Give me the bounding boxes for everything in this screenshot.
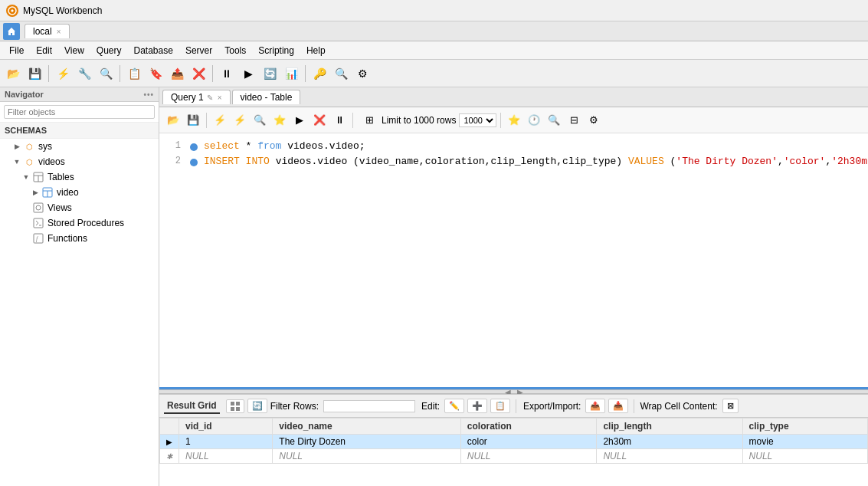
table-tab-label: video - Table bbox=[241, 92, 293, 103]
tree-folder-tables[interactable]: ▼ Tables bbox=[0, 169, 159, 185]
menu-edit[interactable]: Edit bbox=[30, 44, 58, 57]
result-grid-tab[interactable]: Result Grid bbox=[164, 399, 220, 414]
menu-tools[interactable]: Tools bbox=[218, 44, 252, 57]
toolbar-copy[interactable]: 📋 bbox=[124, 64, 144, 84]
wrap-label: Wrap Cell Content: bbox=[640, 401, 717, 412]
toolbar-search[interactable]: 🔍 bbox=[96, 64, 116, 84]
tree-label-sys: sys bbox=[38, 141, 52, 152]
schemas-header: SCHEMAS bbox=[0, 123, 159, 139]
qt-pause[interactable]: ⏸ bbox=[330, 111, 349, 130]
toolbar-sep-1 bbox=[48, 65, 49, 82]
main-toolbar: 📂 💾 ⚡ 🔧 🔍 📋 🔖 📤 ❌ ⏸ ▶ 🔄 📊 🔑 🔍 ⚙ bbox=[0, 60, 868, 87]
table-row-null[interactable]: ✱ NULL NULL NULL NULL NULL bbox=[160, 449, 868, 464]
qt-run[interactable]: ▶ bbox=[290, 111, 309, 130]
menu-database[interactable]: Database bbox=[128, 44, 179, 57]
home-button[interactable] bbox=[3, 23, 20, 40]
toolbar-bookmark[interactable]: 🔖 bbox=[146, 64, 165, 84]
menu-help[interactable]: Help bbox=[300, 44, 332, 57]
menu-file[interactable]: File bbox=[3, 44, 30, 57]
menu-query[interactable]: Query bbox=[90, 44, 128, 57]
tree-schema-sys[interactable]: ▶ ⬡ sys bbox=[0, 139, 159, 154]
result-table: vid_id video_name coloration clip_length… bbox=[159, 418, 868, 464]
qt-execute[interactable]: ⚡ bbox=[211, 111, 229, 130]
col-header-video-name[interactable]: video_name bbox=[273, 419, 460, 435]
tab-bar: local × bbox=[0, 21, 868, 41]
qt-open[interactable]: 📂 bbox=[164, 111, 182, 130]
qt-execute-current[interactable]: ⚡ bbox=[231, 111, 249, 130]
tree-table-video[interactable]: ▶ video bbox=[0, 185, 159, 200]
local-tab-close[interactable]: × bbox=[57, 28, 61, 36]
qt-grid[interactable]: ⊞ bbox=[360, 111, 378, 130]
tree-folder-views[interactable]: Views bbox=[0, 200, 159, 215]
filter-objects-input[interactable] bbox=[4, 105, 155, 119]
col-header-clip-length[interactable]: clip_length bbox=[597, 419, 742, 435]
result-refresh-btn[interactable]: 🔄 bbox=[247, 399, 267, 413]
tree-label-videos: videos bbox=[38, 156, 65, 167]
cell-video-name-null: NULL bbox=[273, 449, 460, 464]
qt-settings[interactable]: ⚙ bbox=[585, 111, 603, 130]
qt-sep-3 bbox=[500, 113, 501, 128]
query-tab-1[interactable]: Query 1 ✎ × bbox=[162, 90, 231, 104]
qt-magnify[interactable]: 🔍 bbox=[545, 111, 563, 130]
sql-editor[interactable]: 1 select * from videos.video; 2 INSERT I… bbox=[159, 133, 868, 389]
qt-columns[interactable]: ⊟ bbox=[565, 111, 583, 130]
toolbar-schema[interactable]: 📊 bbox=[281, 64, 301, 84]
qt-stop[interactable]: ❌ bbox=[310, 111, 329, 130]
table-row-1[interactable]: ▶ 1 The Dirty Dozen color 2h30m movie bbox=[160, 435, 868, 449]
menu-view[interactable]: View bbox=[58, 44, 90, 57]
toolbar-open[interactable]: 📂 bbox=[3, 64, 23, 84]
toolbar-run[interactable]: ▶ bbox=[238, 64, 258, 84]
filter-rows-input[interactable] bbox=[323, 400, 415, 412]
svg-text:f: f bbox=[36, 235, 39, 242]
qt-explain[interactable]: 🔍 bbox=[251, 111, 269, 130]
qt-history[interactable]: 🕐 bbox=[525, 111, 543, 130]
toolbar-key[interactable]: 🔑 bbox=[310, 64, 329, 84]
toolbar-refresh[interactable]: 🔄 bbox=[260, 64, 280, 84]
qt-bookmark[interactable]: ⭐ bbox=[270, 111, 289, 130]
col-header-coloration[interactable]: coloration bbox=[460, 419, 597, 435]
svg-rect-15 bbox=[231, 407, 234, 411]
query-tab-1-label: Query 1 bbox=[171, 92, 204, 103]
local-tab[interactable]: local × bbox=[25, 24, 70, 38]
toolbar-export[interactable]: 📤 bbox=[167, 64, 187, 84]
table-tab[interactable]: video - Table bbox=[232, 90, 301, 104]
svg-rect-7 bbox=[34, 203, 43, 212]
col-header-vid-id[interactable]: vid_id bbox=[179, 419, 273, 435]
limit-rows-select[interactable]: 1000 500 200 100 bbox=[459, 113, 496, 127]
toolbar-save[interactable]: 💾 bbox=[25, 64, 44, 84]
col-header-arrow bbox=[160, 419, 179, 435]
line-number-1: 1 bbox=[165, 140, 181, 151]
filter-rows-label: Filter Rows: bbox=[270, 401, 319, 412]
export-label: Export/Import: bbox=[523, 401, 581, 412]
tree-schema-videos[interactable]: ▼ ⬡ videos bbox=[0, 154, 159, 169]
tree-folder-stored-procedures[interactable]: Stored Procedures bbox=[0, 215, 159, 231]
edit-btn-pencil[interactable]: ✏️ bbox=[444, 399, 464, 413]
qt-save[interactable]: 💾 bbox=[184, 111, 202, 130]
toolbar-pause[interactable]: ⏸ bbox=[217, 64, 237, 84]
toolbar-execute[interactable]: ⚡ bbox=[53, 64, 73, 84]
toolbar-stop[interactable]: 🔧 bbox=[74, 64, 94, 84]
toolbar-zoom[interactable]: 🔍 bbox=[331, 64, 351, 84]
edit-btn-grid[interactable]: 📋 bbox=[490, 399, 510, 413]
qt-star[interactable]: ⭐ bbox=[505, 111, 523, 130]
import-btn[interactable]: 📥 bbox=[608, 399, 628, 413]
toolbar-settings[interactable]: ⚙ bbox=[352, 64, 372, 84]
toolbar-delete[interactable]: ❌ bbox=[188, 64, 208, 84]
edit-btn-add[interactable]: ➕ bbox=[467, 399, 487, 413]
line-dot-1 bbox=[190, 143, 198, 151]
limit-label: Limit to 1000 rows bbox=[382, 115, 456, 126]
export-btn[interactable]: 📤 bbox=[585, 399, 605, 413]
chevron-down-icon: ▼ bbox=[12, 157, 21, 166]
menu-scripting[interactable]: Scripting bbox=[252, 44, 300, 57]
cell-clip-type-null: NULL bbox=[742, 449, 867, 464]
menu-server[interactable]: Server bbox=[179, 44, 218, 57]
grid-icon bbox=[231, 402, 240, 411]
cell-vid-id-1: 1 bbox=[179, 435, 273, 449]
tree-folder-functions[interactable]: f Functions bbox=[0, 231, 159, 246]
views-icon bbox=[32, 202, 44, 214]
query-tab-close[interactable]: × bbox=[218, 94, 222, 102]
result-grid-btn[interactable] bbox=[226, 399, 244, 413]
functions-icon: f bbox=[32, 232, 44, 245]
wrap-btn[interactable]: ⊠ bbox=[722, 399, 739, 413]
col-header-clip-type[interactable]: clip_type bbox=[742, 419, 867, 435]
